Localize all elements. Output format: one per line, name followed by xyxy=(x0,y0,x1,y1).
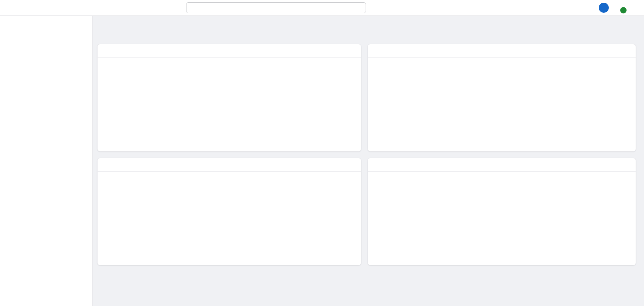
card-assets-by-supplier xyxy=(97,44,361,151)
card-assets-by-location xyxy=(97,158,361,265)
messages-icon[interactable] xyxy=(614,3,625,12)
app-window xyxy=(0,0,644,306)
notification-area[interactable] xyxy=(475,0,478,15)
card-header xyxy=(98,158,361,172)
card-assets-by-cost-centre xyxy=(368,158,636,265)
top-bar xyxy=(0,0,644,16)
command-search[interactable] xyxy=(186,2,366,13)
card-header xyxy=(368,44,636,58)
card-header xyxy=(368,158,636,172)
messages-count-badge xyxy=(620,6,627,14)
sidebar xyxy=(0,15,93,306)
card-assets-by-category xyxy=(368,44,636,151)
card-header xyxy=(98,44,361,58)
search-input[interactable] xyxy=(192,5,362,11)
user-avatar[interactable] xyxy=(599,3,609,13)
